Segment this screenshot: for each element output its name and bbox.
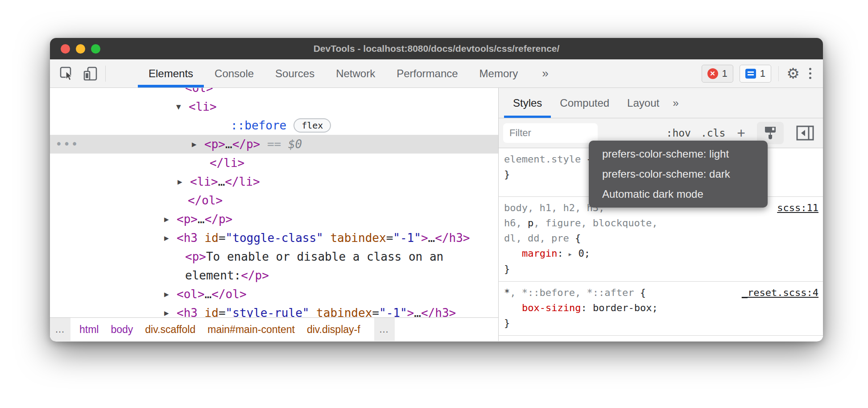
breadcrumb-item[interactable]: html <box>79 324 99 336</box>
code-token: </p> <box>241 269 269 282</box>
dropdown-item[interactable]: Automatic dark mode <box>589 184 768 204</box>
code-token: <li> <box>189 100 217 113</box>
tab-performance[interactable]: Performance <box>386 59 468 87</box>
code-token: > <box>421 231 428 245</box>
element-classes-toggle[interactable]: .cls <box>701 127 725 139</box>
tree-row[interactable]: ▸<h3 id="style-rule" tabindex="-1">…</h3… <box>50 304 498 317</box>
tree-row[interactable]: ▸<li>…</li> <box>50 172 498 191</box>
css-line[interactable]: } <box>504 262 818 277</box>
row-overflow-dots[interactable]: ••• <box>55 137 79 151</box>
code-token: "toggle-class" <box>226 231 323 245</box>
tab-computed[interactable]: Computed <box>551 88 618 118</box>
expand-arrow-icon[interactable]: ▸ <box>164 214 177 225</box>
expand-arrow-icon[interactable]: ▾ <box>176 101 189 112</box>
tree-row[interactable]: <p>To enable or disable a class on an <box>50 247 498 266</box>
code-token: <p> <box>204 137 225 151</box>
device-toolbar-icon <box>83 65 99 82</box>
tab-network[interactable]: Network <box>325 59 386 87</box>
dropdown-item[interactable]: prefers-color-scheme: light <box>589 144 768 164</box>
code-token: { <box>575 233 581 244</box>
code-token: … <box>198 212 205 226</box>
code-token: <li> <box>190 175 218 188</box>
tab-console[interactable]: Console <box>204 59 265 87</box>
css-line[interactable]: margin: ▸ 0; <box>504 246 818 262</box>
error-badge[interactable]: ✕ 1 <box>702 65 733 83</box>
issues-badge[interactable]: 1 <box>740 65 771 83</box>
tree-row[interactable]: ▸<h3 id="toggle-class" tabindex="-1">…</… <box>50 229 498 247</box>
tab-memory[interactable]: Memory <box>469 59 529 87</box>
code-token: , figure, blockquote, <box>533 217 657 229</box>
inspect-element-button[interactable] <box>58 65 76 83</box>
tab-sources[interactable]: Sources <box>265 59 325 87</box>
code-token: tabindex <box>323 231 386 245</box>
breadcrumb-item[interactable]: div.display-f <box>307 324 360 336</box>
flex-badge[interactable]: flex <box>293 118 331 133</box>
code-token: { <box>640 287 646 298</box>
expand-arrow-icon[interactable]: ▸ <box>192 139 204 150</box>
breadcrumb-overflow[interactable]: … <box>50 318 70 341</box>
code-token: … <box>428 231 435 245</box>
expand-arrow-icon[interactable]: ▸ <box>164 233 177 243</box>
toolbar-separator <box>105 66 106 82</box>
tree-row[interactable]: <ol> <box>50 88 498 97</box>
devtools-window: DevTools - localhost:8080/docs/devtools/… <box>50 38 823 341</box>
css-rule-section: scss:11body, h1, h2, h3,h6, p, figure, b… <box>499 197 823 282</box>
css-line[interactable]: } <box>504 316 818 331</box>
tree-row[interactable]: ▸<p>…</p> <box>50 210 498 229</box>
tab-styles[interactable]: Styles <box>504 88 551 118</box>
breadcrumb: …htmlbodydiv.scaffoldmain#main-contentdi… <box>50 317 498 341</box>
breadcrumb-item[interactable]: body <box>111 324 133 336</box>
code-token: } <box>504 317 510 329</box>
code-token: = <box>372 306 379 317</box>
css-line[interactable]: h6, p, figure, blockquote, <box>504 216 818 231</box>
code-token: </h3> <box>435 231 470 245</box>
tree-row[interactable]: ▾<li> <box>50 97 498 116</box>
breadcrumb-item[interactable]: div.scaffold <box>145 324 195 336</box>
tab-elements[interactable]: Elements <box>138 59 204 87</box>
code-token: </p> <box>232 137 260 151</box>
error-count: 1 <box>722 68 727 79</box>
breadcrumb-item[interactable]: main#main-content <box>207 324 295 336</box>
message-icon <box>745 69 756 79</box>
filter-input[interactable] <box>503 123 598 143</box>
dock-side-icon <box>796 125 814 141</box>
expand-arrow-icon[interactable]: ▸ <box>164 308 177 317</box>
css-line[interactable]: box-sizing: border-box; <box>504 300 818 316</box>
code-token: 0; <box>572 248 590 259</box>
tree-row[interactable]: </li> <box>50 154 498 172</box>
code-token: , *::before, *::after <box>510 287 640 298</box>
code-token: * <box>504 287 510 298</box>
tree-row[interactable]: </ol> <box>50 191 498 210</box>
settings-button[interactable]: ⚙ <box>783 59 803 87</box>
tab-layout[interactable]: Layout <box>618 88 668 118</box>
code-token: id <box>198 231 219 245</box>
tree-row[interactable]: ::beforeflex <box>50 116 498 135</box>
message-count: 1 <box>760 68 765 79</box>
tree-row[interactable]: element:</p> <box>50 266 498 285</box>
device-toolbar-button[interactable] <box>82 65 100 83</box>
css-line[interactable]: p { <box>504 339 818 341</box>
breadcrumb-overflow[interactable]: … <box>374 318 395 341</box>
toggle-sidebar-button[interactable] <box>794 122 817 144</box>
title-bar: DevTools - localhost:8080/docs/devtools/… <box>50 38 823 59</box>
code-token: </li> <box>210 156 244 170</box>
toolbar-separator-2 <box>778 66 779 81</box>
expand-arrow-icon[interactable]: ▸ <box>164 289 177 300</box>
tree-row[interactable]: •••▸<p>…</p> == $0 <box>50 135 498 154</box>
more-options-button[interactable] <box>809 68 811 79</box>
expand-arrow-icon[interactable]: ▸ <box>178 176 190 187</box>
pseudo-state-toggle[interactable]: :hov <box>666 127 691 139</box>
desktop-background: DevTools - localhost:8080/docs/devtools/… <box>0 0 868 408</box>
more-tabs-button[interactable]: » <box>538 59 552 87</box>
tree-row[interactable]: ▸<ol>…</ol> <box>50 285 498 304</box>
styles-sidebar: StylesComputedLayout» :hov .cls + <box>499 88 823 341</box>
code-token: <p> <box>185 250 206 263</box>
css-line[interactable]: dl, dd, pre { <box>504 231 818 246</box>
code-token: $0 <box>288 137 302 151</box>
code-token: } <box>504 169 510 180</box>
more-sidebar-tabs-button[interactable]: » <box>668 88 683 118</box>
code-token: = <box>386 231 393 245</box>
css-line[interactable]: *, *::before, *::after { <box>504 285 818 300</box>
dropdown-item[interactable]: prefers-color-scheme: dark <box>589 164 768 184</box>
new-style-rule-button[interactable]: + <box>737 125 745 142</box>
